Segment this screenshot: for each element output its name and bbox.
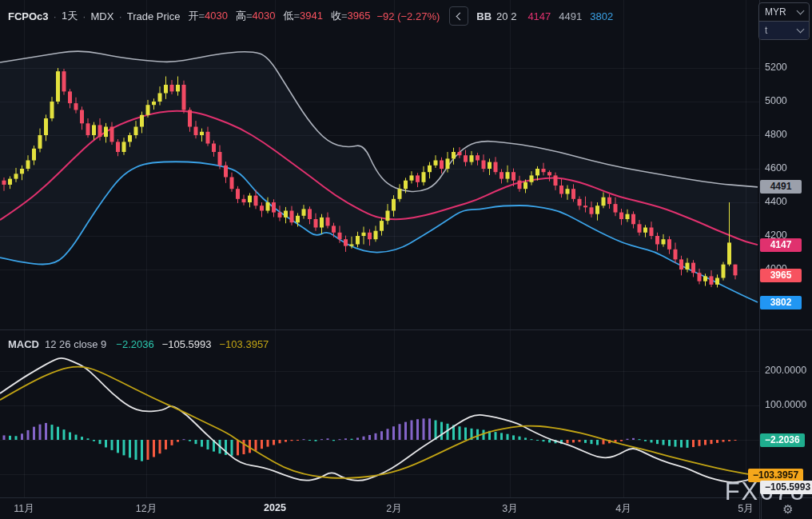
chevron-down-icon	[797, 26, 805, 34]
macd-line-value: −105.5993	[162, 338, 212, 350]
main-price-pane[interactable]	[0, 0, 759, 329]
time-axis-label: 12月	[136, 502, 157, 516]
pane-separator[interactable]	[0, 329, 812, 330]
bb-lower-value: 3802	[590, 10, 613, 22]
unit-selector[interactable]: t	[759, 21, 809, 39]
bb-indicator-label[interactable]: BB	[476, 10, 492, 22]
low-pair: 低=3941	[283, 9, 323, 23]
bb-lower-badge: 3802	[760, 296, 802, 309]
legend-collapse-button[interactable]	[449, 6, 468, 26]
macd-tick-label: 200.0000	[765, 365, 806, 376]
price-tick-label: 5200	[765, 62, 787, 73]
price-tick-label: 4400	[765, 196, 787, 207]
time-axis-border	[0, 497, 812, 498]
bb-upper-badge: 4491	[760, 180, 802, 194]
open-value: 4030	[205, 10, 228, 22]
macd-indicator-label[interactable]: MACD	[8, 338, 39, 350]
low-value: 3941	[300, 10, 323, 22]
currency-selector[interactable]: MYR	[759, 3, 809, 21]
change-value: −92 (−2.27%)	[377, 10, 440, 22]
price-tick-label: 4800	[765, 129, 787, 140]
macd-tick-label: 100.0000	[765, 399, 806, 410]
close-value: 3965	[348, 10, 371, 22]
symbol-name[interactable]: FCPOc3	[8, 10, 49, 22]
exchange-label: MDX	[91, 10, 114, 22]
high-value: 4030	[253, 10, 276, 22]
time-axis-label: 11月	[14, 502, 34, 516]
open-pair: 开=4030	[188, 9, 228, 23]
axis-unit-box: MYR t	[758, 2, 810, 40]
last-price-badge: 3965	[760, 269, 802, 282]
close-pair: 收=3965	[331, 9, 371, 23]
trading-chart-app: FCPOc3 · 1天 · MDX · Trade Price 开=4030 高…	[0, 0, 812, 519]
time-axis-label: 2025	[264, 502, 286, 513]
high-pair: 高=4030	[236, 9, 276, 23]
price-tick-label: 4600	[765, 162, 787, 174]
macd-params: 12 26 close 9	[45, 338, 106, 350]
legend-separator: ·	[54, 10, 57, 22]
time-axis-label: 3月	[502, 502, 517, 516]
macd-pane[interactable]	[0, 330, 759, 497]
legend-separator: ·	[118, 10, 121, 22]
macd-hist-badge: −2.2036	[760, 433, 805, 447]
bb-upper-value: 4491	[559, 10, 582, 22]
legend-separator: ·	[82, 10, 86, 22]
macd-line-badge: −105.5993	[760, 481, 812, 494]
macd-hist-value: −2.2036	[116, 338, 153, 350]
bb-params: 20 2	[496, 10, 516, 22]
macd-indicator-legend: MACD 12 26 close 9 −2.2036 −105.5993 −10…	[8, 337, 269, 351]
series-type-label: Trade Price	[127, 10, 181, 22]
time-axis-label: 4月	[615, 502, 631, 516]
time-axis-label: 2月	[386, 502, 401, 516]
symbol-legend: FCPOc3 · 1天 · MDX · Trade Price 开=4030 高…	[8, 6, 613, 26]
chevron-left-icon	[456, 12, 464, 20]
macd-signal-value: −103.3957	[220, 338, 269, 350]
chevron-down-icon	[797, 7, 805, 15]
interval-label[interactable]: 1天	[62, 9, 78, 23]
bb-basis-badge: 4147	[760, 238, 802, 252]
price-tick-label: 5000	[765, 95, 787, 106]
bb-basis-value: 4147	[527, 10, 551, 22]
bb-indicator-legend: BB 20 2 4147 4491 3802	[476, 10, 613, 22]
